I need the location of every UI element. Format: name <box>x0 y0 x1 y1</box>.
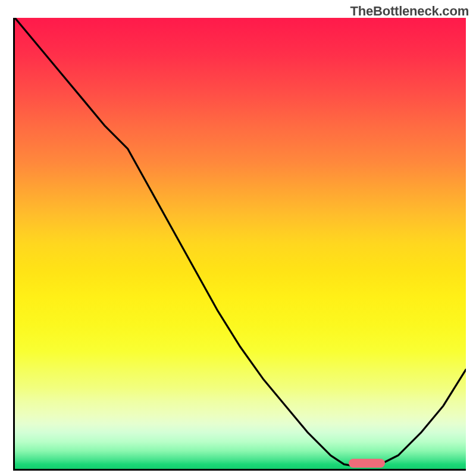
plot-area <box>13 18 466 471</box>
watermark-text: TheBottleneck.com <box>350 4 469 19</box>
highlight-marker <box>349 459 385 468</box>
chart-page: TheBottleneck.com <box>0 0 476 476</box>
line-series <box>15 18 466 469</box>
